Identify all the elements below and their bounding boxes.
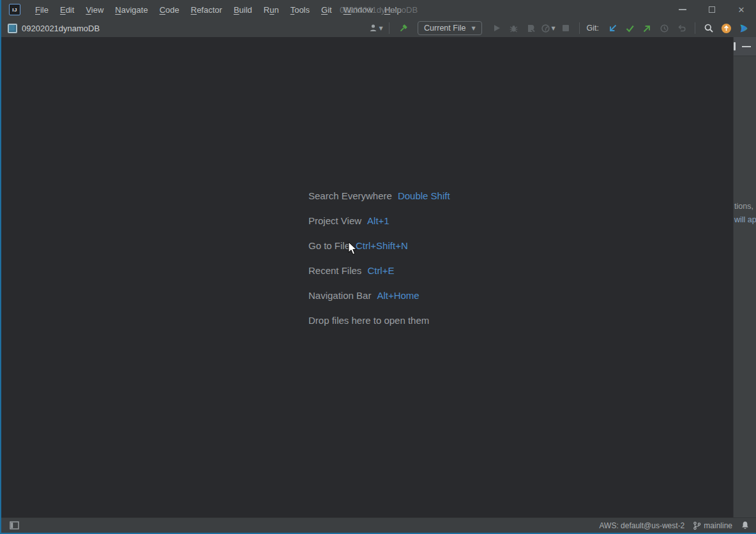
hint-recent-files: Recent Files Ctrl+E bbox=[308, 264, 450, 277]
editor-empty-pane: Search Everywhere Double Shift Project V… bbox=[1, 37, 733, 517]
notification-link-fragment: will ap bbox=[734, 215, 756, 224]
run-button[interactable] bbox=[489, 20, 504, 36]
git-history-icon bbox=[660, 24, 669, 33]
run-coverage-button[interactable] bbox=[524, 20, 539, 36]
debug-button[interactable] bbox=[506, 20, 522, 36]
main-area: Search Everywhere Double Shift Project V… bbox=[1, 37, 756, 517]
menu-run[interactable]: Run bbox=[258, 0, 285, 19]
git-push-icon bbox=[642, 24, 652, 33]
toolbar-separator bbox=[579, 22, 580, 34]
git-update-button[interactable] bbox=[605, 20, 620, 36]
minimize-button[interactable] bbox=[668, 0, 697, 19]
git-commit-button[interactable] bbox=[622, 20, 637, 36]
git-history-button[interactable] bbox=[656, 20, 672, 36]
status-bar: AWS: default@us-west-2 mainline bbox=[1, 517, 756, 533]
hint-label: Navigation Bar bbox=[308, 289, 371, 302]
search-everywhere-button[interactable] bbox=[701, 20, 716, 36]
run-coverage-icon bbox=[526, 24, 536, 33]
main-toolbar: 09202021dynamoDB ▼ bbox=[1, 19, 756, 37]
statusbar-right-widgets: AWS: default@us-west-2 mainline bbox=[600, 521, 750, 530]
hint-label: Search Everywhere bbox=[308, 190, 392, 202]
menu-run-label: Run bbox=[264, 5, 279, 15]
minimize-icon bbox=[679, 9, 686, 10]
notification-bell-icon bbox=[741, 521, 750, 530]
menu-git[interactable]: Git bbox=[315, 0, 338, 19]
hint-label: Go to File bbox=[308, 240, 350, 252]
project-name: 09202021dynamoDB bbox=[22, 24, 100, 33]
menu-file[interactable]: File bbox=[29, 0, 54, 19]
menu-tools[interactable]: Tools bbox=[285, 0, 315, 19]
editor-shortcut-hints: Search Everywhere Double Shift Project V… bbox=[308, 190, 450, 327]
menu-navigate-label: Navigate bbox=[115, 5, 147, 15]
notification-text-fragment: tions, bbox=[734, 202, 753, 211]
titlebar: IJ File Edit View Navigate Code Refactor… bbox=[1, 0, 756, 19]
hint-navigation-bar: Navigation Bar Alt+Home bbox=[308, 289, 450, 302]
menu-build[interactable]: Build bbox=[228, 0, 258, 19]
plugin-play-icon bbox=[738, 23, 749, 34]
menu-git-label: Git bbox=[321, 5, 332, 15]
git-rollback-button[interactable] bbox=[674, 20, 689, 36]
aws-profile-widget[interactable]: AWS: default@us-west-2 bbox=[600, 521, 685, 530]
notification-header bbox=[734, 37, 756, 56]
hint-shortcut-link[interactable]: Ctrl+Shift+N bbox=[356, 240, 408, 252]
intellij-logo-icon: IJ bbox=[9, 4, 20, 15]
run-configuration-selector[interactable]: Current File ▼ bbox=[418, 21, 481, 35]
stop-button[interactable] bbox=[558, 20, 573, 36]
chevron-down-icon: ▼ bbox=[471, 26, 475, 31]
git-section-label: Git: bbox=[587, 24, 599, 33]
menu-refactor[interactable]: Refactor bbox=[185, 0, 228, 19]
hint-go-to-file: Go to File Ctrl+Shift+N bbox=[308, 240, 450, 252]
menu-navigate[interactable]: Navigate bbox=[109, 0, 153, 19]
mouse-cursor bbox=[348, 241, 358, 256]
search-everywhere-icon bbox=[704, 23, 714, 33]
git-branch-icon bbox=[693, 521, 701, 530]
hint-shortcut-link[interactable]: Alt+1 bbox=[367, 215, 389, 227]
hint-label: Recent Files bbox=[308, 264, 361, 277]
menu-view-label: View bbox=[86, 5, 103, 15]
git-update-icon bbox=[608, 24, 617, 33]
toolwindow-toggle-button[interactable] bbox=[8, 519, 20, 532]
menu-code[interactable]: Code bbox=[154, 0, 185, 19]
toolbar-separator bbox=[389, 22, 389, 34]
notification-hide-button[interactable] bbox=[742, 46, 751, 47]
aws-profile-text: AWS: default@us-west-2 bbox=[600, 521, 685, 530]
close-icon: ✕ bbox=[738, 5, 745, 15]
toolbar-right-actions: ▼ Current File ▼ bbox=[368, 20, 751, 36]
hint-shortcut-link[interactable]: Double Shift bbox=[398, 190, 450, 202]
git-push-button[interactable] bbox=[639, 20, 654, 36]
run-icon bbox=[492, 24, 501, 33]
close-button[interactable]: ✕ bbox=[727, 0, 756, 19]
profiler-button[interactable]: ▼ bbox=[541, 20, 556, 36]
toolbar-separator bbox=[695, 22, 695, 34]
project-widget[interactable]: 09202021dynamoDB bbox=[8, 24, 100, 33]
notification-cut-glyph bbox=[734, 42, 736, 50]
update-available-button[interactable] bbox=[718, 20, 734, 36]
menu-view[interactable]: View bbox=[80, 0, 109, 19]
menu-build-label: Build bbox=[234, 5, 252, 15]
update-available-icon bbox=[721, 23, 732, 34]
hint-shortcut-link[interactable]: Ctrl+E bbox=[367, 264, 394, 277]
debug-icon bbox=[509, 24, 518, 33]
hint-project-view: Project View Alt+1 bbox=[308, 215, 450, 227]
hint-shortcut-link[interactable]: Alt+Home bbox=[377, 289, 419, 302]
menu-tools-label: Tools bbox=[291, 5, 310, 15]
build-hammer-icon bbox=[398, 23, 409, 34]
git-commit-icon bbox=[625, 24, 635, 33]
ide-window: IJ File Edit View Navigate Code Refactor… bbox=[0, 0, 756, 534]
maximize-icon bbox=[709, 6, 715, 13]
git-branch-widget[interactable]: mainline bbox=[693, 521, 732, 530]
menu-refactor-label: Refactor bbox=[191, 5, 222, 15]
notifications-button[interactable] bbox=[741, 521, 750, 530]
plugin-play-button[interactable] bbox=[736, 20, 751, 36]
hint-search-everywhere: Search Everywhere Double Shift bbox=[308, 190, 450, 202]
git-rollback-icon bbox=[677, 24, 686, 33]
menu-edit[interactable]: Edit bbox=[54, 0, 80, 19]
menu-edit-label: Edit bbox=[60, 5, 74, 15]
build-project-button[interactable] bbox=[395, 20, 411, 36]
code-with-me-button[interactable]: ▼ bbox=[368, 20, 383, 36]
hint-label: Project View bbox=[308, 215, 361, 227]
project-icon bbox=[8, 24, 17, 33]
maximize-button[interactable] bbox=[697, 0, 727, 19]
window-title: 09202021dynamoDB bbox=[340, 0, 418, 19]
drop-files-hint: Drop files here to open them bbox=[308, 314, 450, 327]
